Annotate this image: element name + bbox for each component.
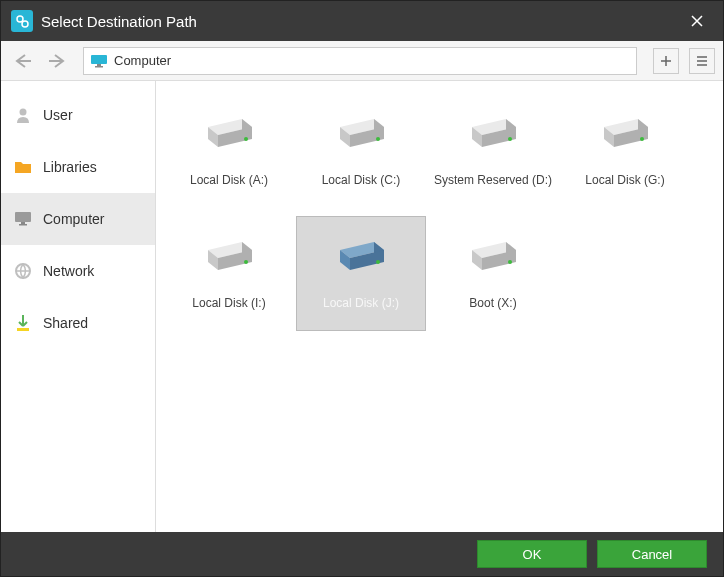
sidebar: UserLibrariesComputerNetworkShared bbox=[1, 81, 156, 532]
svg-point-5 bbox=[20, 109, 27, 116]
svg-rect-4 bbox=[95, 66, 103, 68]
svg-rect-7 bbox=[21, 222, 25, 224]
disk-icon bbox=[334, 238, 388, 282]
drive-label: Local Disk (G:) bbox=[585, 173, 664, 187]
drive-grid: Local Disk (A:)Local Disk (C:)System Res… bbox=[164, 93, 715, 331]
disk-icon bbox=[466, 238, 520, 282]
sidebar-item-label: Libraries bbox=[43, 159, 97, 175]
svg-point-15 bbox=[244, 137, 248, 141]
drive-label: Local Disk (J:) bbox=[323, 296, 399, 310]
shared-icon bbox=[13, 313, 33, 333]
plus-icon bbox=[659, 54, 673, 68]
drive-item[interactable]: Local Disk (I:) bbox=[164, 216, 294, 331]
computer-icon bbox=[13, 209, 33, 229]
new-folder-button[interactable] bbox=[653, 48, 679, 74]
drive-label: Local Disk (C:) bbox=[322, 173, 401, 187]
path-label: Computer bbox=[114, 53, 171, 68]
disk-icon bbox=[202, 238, 256, 282]
drive-item[interactable]: Local Disk (C:) bbox=[296, 93, 426, 208]
drive-item[interactable]: Boot (X:) bbox=[428, 216, 558, 331]
svg-rect-10 bbox=[17, 328, 29, 331]
disk-icon bbox=[598, 115, 652, 159]
footer: OK Cancel bbox=[1, 532, 723, 576]
svg-point-1 bbox=[22, 21, 28, 27]
svg-point-40 bbox=[376, 260, 380, 264]
user-icon bbox=[13, 105, 33, 125]
svg-point-20 bbox=[376, 137, 380, 141]
computer-icon bbox=[90, 54, 108, 68]
sidebar-item-label: User bbox=[43, 107, 73, 123]
list-icon bbox=[695, 54, 709, 68]
svg-rect-2 bbox=[91, 55, 107, 64]
svg-rect-6 bbox=[15, 212, 31, 222]
arrow-right-icon bbox=[47, 53, 67, 69]
drive-label: Local Disk (I:) bbox=[192, 296, 265, 310]
sidebar-item-label: Network bbox=[43, 263, 94, 279]
path-bar[interactable]: Computer bbox=[83, 47, 637, 75]
sidebar-item-computer[interactable]: Computer bbox=[1, 193, 155, 245]
disk-icon bbox=[202, 115, 256, 159]
cancel-button[interactable]: Cancel bbox=[597, 540, 707, 568]
drive-label: System Reserved (D:) bbox=[434, 173, 552, 187]
drive-item[interactable]: Local Disk (G:) bbox=[560, 93, 690, 208]
sidebar-item-libraries[interactable]: Libraries bbox=[1, 141, 155, 193]
drive-item[interactable]: Local Disk (A:) bbox=[164, 93, 294, 208]
svg-point-0 bbox=[17, 16, 23, 22]
folder-icon bbox=[13, 157, 33, 177]
dialog-body: UserLibrariesComputerNetworkShared Local… bbox=[1, 81, 723, 532]
titlebar: Select Destination Path bbox=[1, 1, 723, 41]
disk-icon bbox=[466, 115, 520, 159]
sidebar-item-network[interactable]: Network bbox=[1, 245, 155, 297]
close-icon bbox=[691, 15, 703, 27]
network-icon bbox=[13, 261, 33, 281]
view-list-button[interactable] bbox=[689, 48, 715, 74]
sidebar-item-shared[interactable]: Shared bbox=[1, 297, 155, 349]
svg-rect-8 bbox=[19, 224, 27, 226]
select-path-dialog: Select Destination Path Computer UserLib… bbox=[0, 0, 724, 577]
svg-point-25 bbox=[508, 137, 512, 141]
drive-label: Local Disk (A:) bbox=[190, 173, 268, 187]
nav-back-button[interactable] bbox=[9, 47, 37, 75]
window-title: Select Destination Path bbox=[41, 13, 673, 30]
arrow-left-icon bbox=[13, 53, 33, 69]
app-logo-icon bbox=[11, 10, 33, 32]
disk-icon bbox=[334, 115, 388, 159]
svg-point-35 bbox=[244, 260, 248, 264]
toolbar: Computer bbox=[1, 41, 723, 81]
svg-rect-3 bbox=[97, 64, 101, 66]
sidebar-item-label: Computer bbox=[43, 211, 104, 227]
drive-item[interactable]: System Reserved (D:) bbox=[428, 93, 558, 208]
sidebar-item-label: Shared bbox=[43, 315, 88, 331]
drive-item[interactable]: Local Disk (J:) bbox=[296, 216, 426, 331]
close-button[interactable] bbox=[681, 5, 713, 37]
svg-point-30 bbox=[640, 137, 644, 141]
svg-point-45 bbox=[508, 260, 512, 264]
nav-forward-button[interactable] bbox=[43, 47, 71, 75]
ok-button[interactable]: OK bbox=[477, 540, 587, 568]
content-pane: Local Disk (A:)Local Disk (C:)System Res… bbox=[156, 81, 723, 532]
sidebar-item-user[interactable]: User bbox=[1, 89, 155, 141]
drive-label: Boot (X:) bbox=[469, 296, 516, 310]
